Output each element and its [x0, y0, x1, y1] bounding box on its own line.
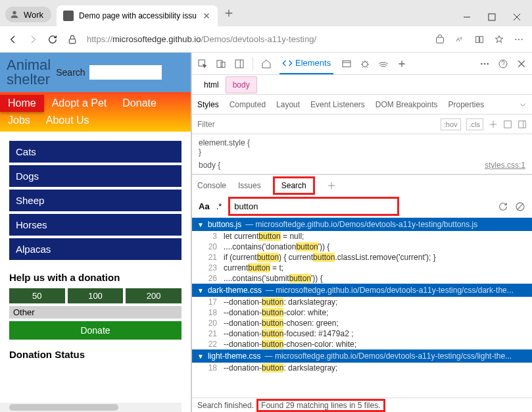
back-button[interactable] — [8, 34, 18, 45]
drawer-search[interactable]: Search — [273, 176, 315, 195]
result-file-header[interactable]: ▼ buttons.js — microsoftedge.github.io/D… — [192, 218, 532, 231]
new-tab-button[interactable] — [220, 5, 237, 24]
result-line[interactable]: 23currentbutton = t; — [192, 263, 532, 273]
result-line[interactable]: 21if (currentbutton) { currentbutton.cla… — [192, 252, 532, 263]
dom-breadcrumb: html body — [192, 75, 532, 95]
amount-button[interactable]: 200 — [126, 288, 181, 303]
styles-filter-input[interactable] — [197, 120, 435, 129]
devtools-search-input[interactable] — [228, 197, 399, 216]
svg-rect-13 — [235, 60, 243, 68]
add-drawer-tab-icon[interactable] — [327, 181, 336, 190]
sidenav-item[interactable]: Sheep — [9, 190, 181, 211]
search-input[interactable] — [89, 65, 162, 80]
tab-layout[interactable]: Layout — [276, 100, 300, 109]
result-line[interactable]: 18--donation-button: darkslategray; — [192, 363, 532, 373]
amount-button[interactable]: 100 — [68, 288, 124, 303]
status-heading: Donation Status — [9, 349, 181, 360]
result-line[interactable]: 3let currentbutton = null; — [192, 231, 532, 242]
application-icon[interactable] — [341, 59, 352, 69]
tab-computed[interactable]: Computed — [230, 100, 266, 109]
cls-toggle[interactable]: .cls — [466, 118, 484, 130]
nav-jobs[interactable]: Jobs — [0, 112, 38, 129]
refresh-button[interactable] — [47, 34, 58, 45]
result-line[interactable]: 20--donation-button-chosen: green; — [192, 318, 532, 328]
tab-properties[interactable]: Properties — [448, 100, 485, 109]
drawer-console[interactable]: Console — [197, 181, 226, 190]
profile-chip[interactable]: Work — [5, 7, 51, 22]
shopping-icon[interactable] — [435, 34, 445, 45]
nav-home[interactable]: Home — [0, 95, 44, 112]
svg-rect-2 — [69, 39, 75, 43]
lock-icon[interactable] — [67, 34, 78, 45]
clear-search-icon[interactable] — [515, 201, 525, 212]
elements-tab[interactable]: Elements — [279, 53, 333, 74]
search-status-prefix: Search finished. — [197, 401, 254, 410]
donate-heading: Help us with a donation — [9, 272, 181, 283]
site-title: Animal shelter — [7, 58, 51, 87]
css-rule: } — [199, 147, 525, 157]
crumb-body[interactable]: body — [226, 76, 257, 93]
collections-icon[interactable] — [474, 34, 485, 45]
crumb-html[interactable]: html — [197, 77, 226, 93]
regex-toggle[interactable]: .* — [216, 201, 222, 211]
search-label: Search — [56, 67, 85, 78]
more-icon[interactable] — [479, 59, 490, 69]
network-icon[interactable] — [378, 59, 389, 69]
browser-tab[interactable]: Demo page with accessibility issu — [57, 5, 218, 26]
hov-toggle[interactable]: :hov — [441, 118, 461, 130]
result-file-header[interactable]: ▼ light-theme.css — microsoftedge.github… — [192, 349, 532, 363]
add-rule-icon[interactable] — [489, 120, 498, 129]
svg-rect-14 — [343, 61, 351, 66]
read-aloud-icon[interactable]: A⁹ — [454, 34, 465, 45]
tab-title: Demo page with accessibility issu — [79, 11, 197, 20]
contrast-icon[interactable] — [503, 120, 512, 129]
tab-styles[interactable]: Styles — [197, 100, 219, 109]
dock-icon[interactable] — [234, 59, 245, 69]
sidenav-item[interactable]: Dogs — [9, 165, 181, 187]
address-bar[interactable]: https://microsoftedge.github.io/Demos/de… — [87, 34, 425, 44]
devtools-panel: Elements html body Styles Computed Layou… — [191, 53, 532, 412]
inspect-icon[interactable] — [197, 59, 208, 69]
favorite-icon[interactable] — [494, 34, 504, 45]
drawer-issues[interactable]: Issues — [238, 181, 261, 190]
tab-dombreak[interactable]: DOM Breakpoints — [375, 100, 438, 109]
css-rule[interactable]: element.style { — [199, 138, 525, 147]
refresh-search-icon[interactable] — [498, 201, 508, 212]
result-file-header[interactable]: ▼ dark-theme.css — microsoftedge.github.… — [192, 284, 532, 297]
tab-listeners[interactable]: Event Listeners — [310, 100, 365, 109]
minimize-button[interactable] — [462, 13, 472, 21]
bug-icon[interactable] — [360, 59, 370, 69]
result-line[interactable]: 20....contains('donationbutton')) { — [192, 242, 532, 252]
maximize-button[interactable] — [487, 13, 496, 21]
other-amount-input[interactable] — [39, 307, 178, 317]
menu-icon[interactable] — [514, 34, 524, 45]
amount-button[interactable]: 50 — [9, 288, 65, 303]
panel-icon[interactable] — [518, 120, 527, 129]
sidenav-item[interactable]: Cats — [9, 141, 181, 163]
close-devtools-icon[interactable] — [516, 59, 527, 69]
device-toolbar-icon[interactable] — [216, 59, 226, 69]
css-rule[interactable]: body { — [199, 161, 220, 170]
nav-donate[interactable]: Donate — [114, 95, 164, 112]
nav-about[interactable]: About Us — [38, 112, 97, 129]
css-source-link[interactable]: styles.css:1 — [485, 161, 525, 170]
sidenav-item[interactable]: Horses — [9, 214, 181, 236]
profile-label: Work — [24, 10, 43, 20]
result-line[interactable]: 17--donation-button: darkslategray; — [192, 297, 532, 307]
chevron-down-icon[interactable] — [519, 101, 527, 109]
result-line[interactable]: 22--donation-button-chosen-color: white; — [192, 339, 532, 349]
horizontal-scrollbar[interactable] — [0, 403, 181, 412]
result-line[interactable]: 18--donation-button-color: white; — [192, 307, 532, 318]
nav-adopt[interactable]: Adopt a Pet — [44, 95, 115, 112]
result-line[interactable]: 26....contains('submitbutton')) { — [192, 273, 532, 284]
help-icon[interactable] — [498, 59, 508, 69]
close-window-button[interactable] — [512, 13, 521, 21]
main-nav: Home Adopt a Pet Donate Jobs About Us — [0, 92, 191, 132]
match-case-toggle[interactable]: Aa — [199, 201, 210, 211]
sidenav-item[interactable]: Alpacas — [9, 238, 181, 260]
donate-button[interactable]: Donate — [9, 321, 181, 340]
home-icon[interactable] — [261, 59, 272, 69]
result-line[interactable]: 21--donation-button-focused: #1479a2 ; — [192, 328, 532, 339]
plus-icon[interactable] — [397, 59, 407, 69]
close-tab-icon[interactable] — [202, 11, 211, 20]
